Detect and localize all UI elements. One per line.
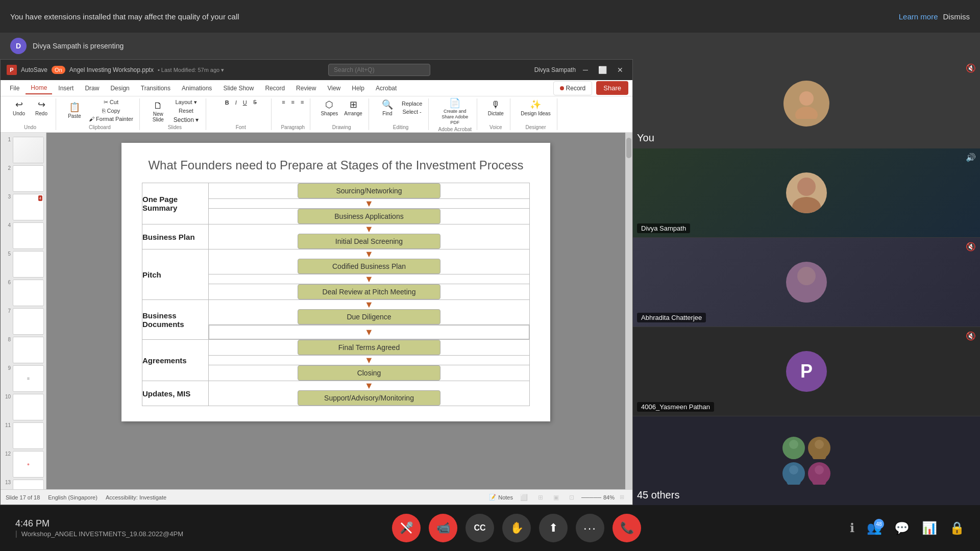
slide-scrollbar[interactable] [625,133,632,489]
copy-btn[interactable]: ⎘ Copy [87,107,135,114]
end-call-button[interactable]: 📞 [612,514,641,542]
chat-button[interactable]: 💬 [894,521,910,535]
slide-thumbnails-panel: 1 2 34 4 5 6 7 8 9≡ 10 11 12● 13 14 15 1… [1,133,46,489]
ppt-close-btn[interactable]: ✕ [614,64,626,76]
tab-acrobat[interactable]: Acrobat [371,83,402,94]
mic-toggle-button[interactable]: 🎤 [392,514,421,542]
slide-thumb-5[interactable]: 5 [3,251,44,278]
learn-more-link[interactable]: Learn more [899,12,938,21]
view-reading-btn[interactable]: ▣ [550,492,562,503]
slide-thumb-2[interactable]: 2 [3,165,44,192]
ppt-modified: • Last Modified: 57m ago ▾ [158,67,224,73]
svg-point-5 [792,286,821,303]
create-pdf-btn[interactable]: 📄 Create and Share Adobe PDF [437,97,473,127]
view-normal-btn[interactable]: ⬜ [517,492,531,503]
tab-record[interactable]: Record [260,83,290,94]
cut-btn[interactable]: ✂ Cut [87,98,135,106]
tab-transitions[interactable]: Transitions [136,83,176,94]
font-group-label: Font [236,124,246,130]
redo-btn[interactable]: ↪Redo [31,98,52,117]
notification-actions: Learn more Dismiss [899,12,970,21]
slide-thumb-12[interactable]: 12● [3,451,44,478]
bold-btn[interactable]: B [223,99,231,106]
new-slide-btn[interactable]: 🗋 New Slide [148,99,168,124]
tab-insert[interactable]: Insert [53,83,79,94]
svg-point-7 [787,451,801,459]
slide-thumb-13[interactable]: 13 [3,480,44,489]
slide-thumb-8[interactable]: 8 [3,337,44,363]
zoom-fit-btn[interactable]: ⊞ [617,492,627,503]
tab-review[interactable]: Review [291,83,321,94]
section-btn[interactable]: Section ▾ [170,115,202,124]
activities-button[interactable]: 📊 [922,521,937,535]
select-btn[interactable]: Select - [400,108,424,115]
participant-card-you: You 🔇 [633,59,980,148]
tab-file[interactable]: File [5,83,24,94]
ppt-search-input[interactable] [328,64,430,76]
paste-btn[interactable]: 📋Paste [64,101,85,120]
table-row: Agreements Final Terms Agreed [142,340,530,356]
layout-btn[interactable]: Layout ▾ [170,98,202,106]
view-presenter-btn[interactable]: ⊡ [566,492,577,503]
tab-animations[interactable]: Animations [177,83,217,94]
slide-thumb-9[interactable]: 9≡ [3,365,44,392]
abhradita-avatar [786,262,827,303]
view-outline-btn[interactable]: ⊞ [535,492,546,503]
italic-btn[interactable]: I [233,99,239,106]
shapes-btn[interactable]: ⬡Shapes [318,98,340,117]
autosave-toggle[interactable]: On [52,66,65,74]
slide-thumb-1[interactable]: 1 [3,137,44,163]
record-button[interactable]: Record [553,81,593,95]
ppt-filename: Angel Investing Workshop.pptx [69,66,154,73]
arrange-btn[interactable]: ⊞Arrange [342,98,364,117]
notes-button[interactable]: 📝 Notes [489,494,513,500]
present-button[interactable]: ⬆ [539,514,568,542]
slide-thumb-10[interactable]: 10 [3,394,44,420]
dictate-btn[interactable]: 🎙Dictate [485,98,506,117]
ppt-minimize-btn[interactable]: ─ [580,64,591,76]
camera-toggle-button[interactable]: 📹 [429,514,457,542]
slide-thumb-4[interactable]: 4 [3,222,44,249]
slide-thumb-11[interactable]: 11 [3,422,44,449]
slide-thumb-6[interactable]: 6 [3,280,44,306]
underline-btn[interactable]: U [241,99,249,106]
other-avatar-2 [808,437,830,459]
abhradita-mute-icon: 🔇 [966,242,976,252]
tab-design[interactable]: Design [105,83,134,94]
tab-home[interactable]: Home [26,82,52,94]
find-btn[interactable]: 🔍Find [377,98,398,117]
align-right-btn[interactable]: ≡ [299,98,306,106]
slide-thumb-7[interactable]: 7 [3,308,44,335]
adobe-group-label: Adobe Acrobat [438,127,472,132]
hand-raise-button[interactable]: ✋ [502,514,531,542]
info-icon: ℹ [850,521,854,535]
slide-thumb-3[interactable]: 34 [3,194,44,220]
format-painter-btn[interactable]: 🖌 Format Painter [87,115,135,122]
tab-help[interactable]: Help [347,83,370,94]
svg-point-13 [812,477,826,485]
people-button[interactable]: 👥 48 [867,521,882,535]
svg-point-8 [815,440,824,449]
lock-button[interactable]: 🔒 [949,521,965,535]
process-box: Business Applications [298,209,440,224]
presenter-name: Divya Sampath is presenting [33,42,124,50]
align-center-btn[interactable]: ≡ [289,98,297,106]
more-options-button[interactable]: ··· [576,514,604,542]
mic-slash-icon [399,521,413,535]
captions-button[interactable]: CC [465,514,494,542]
tab-slideshow[interactable]: Slide Show [218,83,259,94]
dismiss-button[interactable]: Dismiss [943,12,970,21]
align-left-btn[interactable]: ≡ [280,98,287,106]
replace-btn[interactable]: Replace [400,100,424,107]
ppt-restore-btn[interactable]: ⬜ [595,64,610,76]
design-ideas-btn[interactable]: ✨Design Ideas [519,98,552,117]
share-button[interactable]: Share [596,81,628,95]
table-row: Pitch ▼ Codified Business Plan [142,249,530,274]
tab-view[interactable]: View [322,83,346,94]
reset-btn[interactable]: Reset [170,107,202,114]
tab-draw[interactable]: Draw [80,83,104,94]
strikethrough-btn[interactable]: S̶ [251,98,259,106]
undo-btn[interactable]: ↩Undo [9,98,29,117]
slide-number: Slide 17 of 18 [6,494,40,500]
info-button[interactable]: ℹ [850,521,854,535]
